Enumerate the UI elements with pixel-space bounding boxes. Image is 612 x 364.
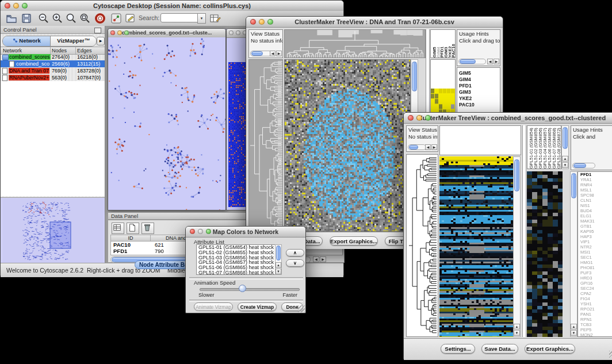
settings-button[interactable]: Settings... <box>441 344 475 354</box>
network-view-window[interactable]: combined_scores_good.txt--cluste... <box>108 28 226 210</box>
birdseye-canvas[interactable] <box>3 199 103 262</box>
zoom-window-icon[interactable] <box>206 229 211 234</box>
float-panel-icon[interactable] <box>94 28 101 33</box>
network-canvas[interactable] <box>108 37 225 210</box>
tab-overflow-icon[interactable]: ▶ <box>97 37 105 45</box>
gene-label[interactable]: SEC1 <box>578 255 612 260</box>
network-view-titlebar[interactable]: combined_scores_good.txt--cluste... <box>108 29 225 38</box>
row-dendrogram-canvas-2[interactable] <box>407 155 438 336</box>
export-graphics-button[interactable]: Export Graphics... <box>330 236 378 246</box>
save-data-button[interactable]: Save Data... <box>481 344 518 354</box>
help-lifesaver-icon[interactable] <box>94 12 106 25</box>
network-view-window-controls[interactable] <box>110 30 129 35</box>
scroll-down-icon[interactable]: ▼ <box>276 269 281 274</box>
scroll-right-icon[interactable]: ▶ <box>320 256 326 262</box>
network-list-row[interactable]: combined_sco2569(6)13112(15) <box>1 60 105 67</box>
gene-label[interactable]: RPO21 <box>578 306 612 312</box>
splitter[interactable] <box>522 125 526 337</box>
treeview-combined-titlebar[interactable]: ClusterMaker TreeView : combined_scores_… <box>404 113 612 124</box>
gene-label[interactable]: CPA2 <box>578 291 612 296</box>
array-label[interactable]: GPL51-06 (GSM865) <box>547 126 552 168</box>
export-graphics-button[interactable]: Export Graphics... <box>525 344 575 354</box>
map-colors-titlebar[interactable]: Map Colors to Network <box>186 227 305 237</box>
save-icon[interactable] <box>20 12 33 25</box>
resize-grip[interactable] <box>298 305 305 312</box>
treeview-combined-window-controls[interactable] <box>408 115 431 121</box>
gene-label[interactable]: ELG1 <box>578 213 612 219</box>
zoom-in-icon[interactable] <box>51 12 64 25</box>
animation-speed-slider-thumb[interactable] <box>239 285 246 292</box>
scroll-up-icon[interactable]: ▲ <box>276 262 281 268</box>
treeview-combined-window[interactable]: ClusterMaker TreeView : combined_scores_… <box>403 112 612 359</box>
tab-vizmapper[interactable]: VizMapper™ <box>51 36 96 46</box>
open-file-icon[interactable] <box>5 12 18 25</box>
delete-attribute-icon[interactable] <box>141 223 154 234</box>
gene-label[interactable]: SPC98 <box>578 193 612 198</box>
gene-label[interactable]: FIG4 <box>578 296 612 301</box>
gene-label[interactable]: MSI1 <box>578 250 612 255</box>
main-titlebar[interactable]: Cytoscape Desktop (Session Name: collins… <box>1 1 343 12</box>
gene-label[interactable]: HAP3 <box>578 234 612 239</box>
usage-hints-hscrollbar-2-thumb[interactable] <box>573 163 586 168</box>
gene-label[interactable]: RNR4 <box>578 182 612 187</box>
gene-labels-vscrollbar-thumb[interactable] <box>571 173 576 198</box>
close-icon[interactable] <box>110 30 115 35</box>
usage-hints-hscrollbar-thumb[interactable] <box>460 59 476 64</box>
column-label[interactable]: PFD1 <box>439 30 443 58</box>
column-label[interactable]: GIM5 <box>432 30 436 58</box>
gene-labels-vscrollbar[interactable]: ▲ ▼ <box>570 171 577 337</box>
minimize-icon[interactable] <box>117 30 122 35</box>
view-status-hscrollbar[interactable] <box>250 51 272 56</box>
gene-label[interactable]: HMG1 <box>578 260 612 265</box>
row-dendrogram-canvas[interactable] <box>249 60 282 231</box>
array-label[interactable]: GPL51-08 (GSM872) <box>556 126 561 168</box>
column-label[interactable]: GIM3 <box>443 30 447 58</box>
birdseye-view[interactable] <box>1 197 105 263</box>
row-label[interactable]: GIM3 <box>457 89 500 95</box>
array-label[interactable]: GPL51-04 (GSM857) <box>542 126 547 168</box>
view-status-hscrollbar-thumb[interactable] <box>251 51 263 56</box>
minimize-icon[interactable] <box>416 115 422 121</box>
gene-label[interactable]: GTB1 <box>578 224 612 229</box>
array-labels-vscrollbar-thumb[interactable] <box>563 127 568 149</box>
scroll-left-icon[interactable]: ◀ <box>270 51 276 56</box>
resize-grip[interactable] <box>609 351 612 358</box>
map-colors-dialog[interactable]: Map Colors to Network Attribute List GPL… <box>185 226 306 313</box>
scroll-up-icon[interactable]: ▲ <box>562 156 568 162</box>
move-up-button[interactable]: ∧ <box>286 249 304 256</box>
gene-label[interactable]: TCB3 <box>578 322 612 327</box>
minimize-icon[interactable] <box>13 3 19 9</box>
search-dropdown-icon[interactable]: ▼ <box>197 13 206 24</box>
zoom-window-icon[interactable] <box>22 3 28 9</box>
zoom-heatmap-canvas-2[interactable] <box>527 171 563 337</box>
gene-label[interactable]: MON2 <box>578 332 612 337</box>
search-input[interactable] <box>160 13 198 22</box>
attribute-list-item[interactable]: GPL51-07 (GSM868) heat shock 60 min <box>197 270 281 275</box>
network-view-2-window-controls[interactable] <box>229 30 247 35</box>
scroll-down-icon[interactable]: ▼ <box>571 330 577 336</box>
network-list-row[interactable]: RNAPuberNov2+563(0)107847(0) <box>1 74 105 81</box>
data-col-id[interactable]: ID <box>111 235 150 242</box>
column-dendrogram-canvas[interactable] <box>285 30 425 58</box>
tab-network[interactable]: Network <box>3 36 51 46</box>
row-label[interactable]: GIM5 <box>457 70 500 76</box>
close-icon[interactable] <box>250 19 256 25</box>
animation-speed-slider-track[interactable] <box>200 288 300 291</box>
scroll-right-icon[interactable]: ▶ <box>276 51 282 56</box>
gene-label[interactable]: NTR2 <box>578 244 612 250</box>
heatmap-vscrollbar-2-thumb[interactable] <box>514 159 519 191</box>
gene-label[interactable]: PFD1 <box>578 172 612 177</box>
gene-label[interactable]: CLN1 <box>578 198 612 203</box>
gene-label[interactable]: YSH1 <box>578 301 612 306</box>
zoom-out-icon[interactable] <box>37 12 50 25</box>
close-icon[interactable] <box>5 3 10 9</box>
close-icon[interactable] <box>190 229 195 234</box>
annotation-icon[interactable] <box>124 12 136 25</box>
close-icon[interactable] <box>408 115 414 121</box>
gene-label[interactable]: MSL1 <box>578 187 612 193</box>
row-label[interactable]: GIM4 <box>457 76 500 83</box>
create-vizmap-button[interactable]: Create Vizmap <box>238 302 277 311</box>
zoom-selected-icon[interactable] <box>65 12 78 25</box>
heatmap-vscrollbar-thumb[interactable] <box>412 62 417 91</box>
plugin-manager-icon[interactable] <box>110 12 123 25</box>
